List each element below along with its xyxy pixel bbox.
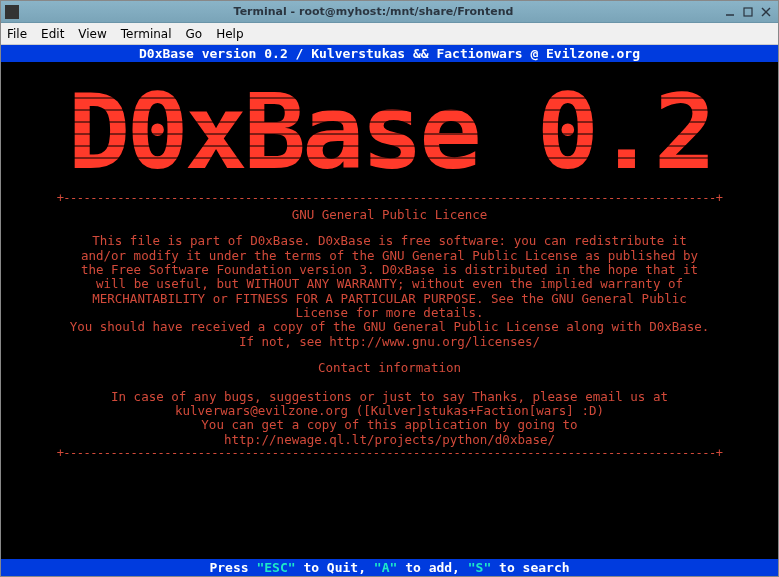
minimize-button[interactable] — [722, 5, 738, 19]
footer-bar: Press "ESC" to Quit, "A" to add, "S" to … — [1, 559, 778, 576]
footer-prefix: Press — [209, 560, 256, 575]
menu-edit[interactable]: Edit — [41, 27, 64, 41]
license-line-1: This file is part of D0xBase. D0xBase is… — [9, 234, 770, 248]
license-line-8: If not, see http://www.gnu.org/licenses/ — [9, 335, 770, 349]
menu-go[interactable]: Go — [186, 27, 203, 41]
close-icon — [761, 7, 771, 17]
contact-title: Contact information — [9, 361, 770, 375]
menu-terminal[interactable]: Terminal — [121, 27, 172, 41]
logo-ascii-art: D0xBase 0.2 — [60, 68, 720, 188]
window-controls — [722, 5, 774, 19]
license-line-7: You should have received a copy of the G… — [9, 320, 770, 334]
divider-bottom: +---------------------------------------… — [9, 447, 770, 461]
minimize-icon — [725, 7, 735, 17]
close-button[interactable] — [758, 5, 774, 19]
license-line-5: MERCHANTABILITY or FITNESS FOR A PARTICU… — [9, 292, 770, 306]
contact-line-2: kulverwars@evilzone.org ([Kulver]stukas+… — [9, 404, 770, 418]
contact-line-3: You can get a copy of this application b… — [9, 418, 770, 432]
terminal-area[interactable]: D0xBase version 0.2 / Kulverstukas && Fa… — [1, 45, 778, 576]
maximize-button[interactable] — [740, 5, 756, 19]
window-titlebar[interactable]: Terminal - root@myhost:/mnt/share/Fronte… — [1, 1, 778, 23]
license-title: GNU General Public Licence — [9, 208, 770, 222]
app-header-bar: D0xBase version 0.2 / Kulverstukas && Fa… — [1, 45, 778, 62]
menubar: File Edit View Terminal Go Help — [1, 23, 778, 45]
footer-mid1: to Quit, — [296, 560, 374, 575]
contact-line-1: In case of any bugs, suggestions or just… — [9, 390, 770, 404]
maximize-icon — [743, 7, 753, 17]
footer-key-a: "A" — [374, 560, 397, 575]
window-title: Terminal - root@myhost:/mnt/share/Fronte… — [25, 5, 722, 18]
license-line-4: will be useful, but WITHOUT ANY WARRANTY… — [9, 277, 770, 291]
footer-suffix: to search — [491, 560, 569, 575]
footer-key-esc: "ESC" — [256, 560, 295, 575]
menu-view[interactable]: View — [78, 27, 106, 41]
svg-rect-1 — [744, 8, 752, 16]
license-line-6: License for more details. — [9, 306, 770, 320]
footer-key-s: "S" — [468, 560, 491, 575]
content-box: +---------------------------------------… — [1, 192, 778, 559]
contact-line-4: http://newage.ql.lt/projects/python/d0xb… — [9, 433, 770, 447]
license-line-2: and/or modify it under the terms of the … — [9, 249, 770, 263]
menu-help[interactable]: Help — [216, 27, 243, 41]
terminal-icon — [5, 5, 19, 19]
logo-area: D0xBase 0.2 — [1, 62, 778, 192]
menu-file[interactable]: File — [7, 27, 27, 41]
app-window: Terminal - root@myhost:/mnt/share/Fronte… — [0, 0, 779, 577]
divider-top: +---------------------------------------… — [9, 192, 770, 206]
footer-mid2: to add, — [397, 560, 467, 575]
license-line-3: the Free Software Foundation version 3. … — [9, 263, 770, 277]
